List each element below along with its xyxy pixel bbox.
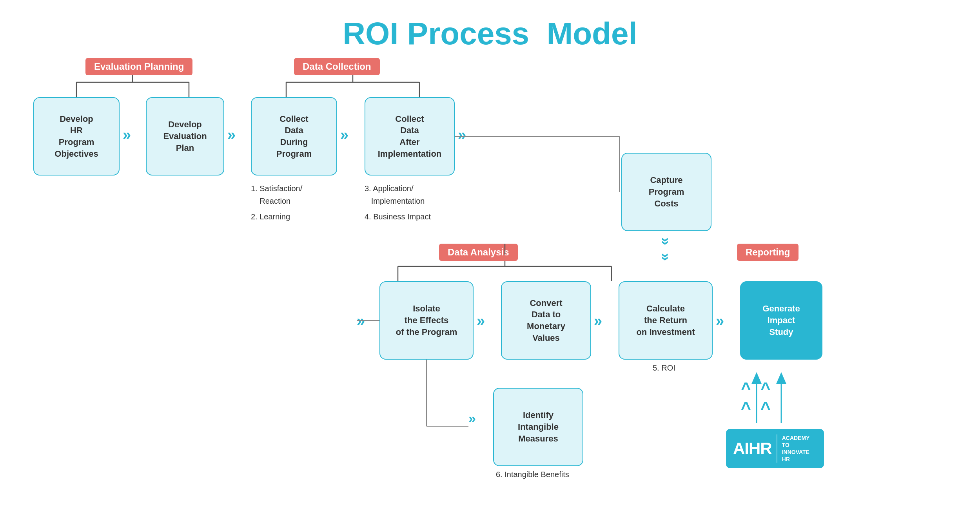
evaluation-planning-badge: Evaluation Planning — [85, 58, 192, 75]
collect-data-during-box: CollectDataDuringProgram — [251, 97, 337, 175]
page-title: ROI Process Model — [0, 0, 980, 63]
arrow-1-2: » — [123, 127, 131, 142]
data-collection-badge: Data Collection — [294, 58, 380, 75]
arrow-isolate-convert: » — [477, 313, 485, 328]
arrow-4-costs: » — [458, 127, 466, 142]
svg-marker-20 — [776, 372, 786, 384]
during-notes: 1. Satisfaction/ Reaction 2. Learning — [251, 182, 302, 223]
intangible-label: 6. Intangible Benefits — [496, 470, 569, 479]
data-analysis-badge: Data Analysis — [439, 244, 518, 261]
aihr-logo: AIHR ACADEMY TOINNOVATE HR — [726, 429, 824, 468]
arrow-up-2: ^ — [760, 380, 771, 397]
arrow-up-3: ^ — [741, 400, 751, 417]
isolate-effects-box: Isolatethe Effectsof the Program — [379, 281, 474, 360]
arrow-3-4: » — [340, 127, 348, 142]
arrow-enter-isolate: » — [357, 313, 365, 328]
convert-data-box: ConvertData toMonetaryValues — [501, 281, 591, 360]
arrow-costs-down2: » — [659, 253, 673, 261]
develop-hr-objectives-box: DevelopHRProgramObjectives — [33, 97, 120, 175]
arrow-up-1: ^ — [741, 380, 751, 397]
generate-impact-study-box: GenerateImpactStudy — [740, 281, 822, 360]
arrow-convert-roi: » — [594, 313, 602, 328]
arrow-costs-down: » — [659, 237, 673, 245]
collect-data-after-box: CollectDataAfterImplementation — [365, 97, 455, 175]
capture-program-costs-box: CaptureProgramCosts — [621, 153, 711, 231]
identify-intangible-box: IdentifyIntangibleMeasures — [493, 388, 583, 466]
arrow-up-4: ^ — [760, 400, 771, 417]
calculate-roi-box: Calculatethe Returnon Investment — [619, 281, 713, 360]
arrow-roi-generate: » — [716, 313, 724, 328]
after-notes: 3. Application/ Implementation 4. Busine… — [365, 182, 431, 223]
roi-label: 5. ROI — [653, 364, 675, 373]
develop-evaluation-plan-box: DevelopEvaluationPlan — [146, 97, 224, 175]
arrow-enter-identify: » — [468, 411, 476, 425]
reporting-badge: Reporting — [737, 244, 799, 261]
arrow-2-3: » — [227, 127, 236, 142]
